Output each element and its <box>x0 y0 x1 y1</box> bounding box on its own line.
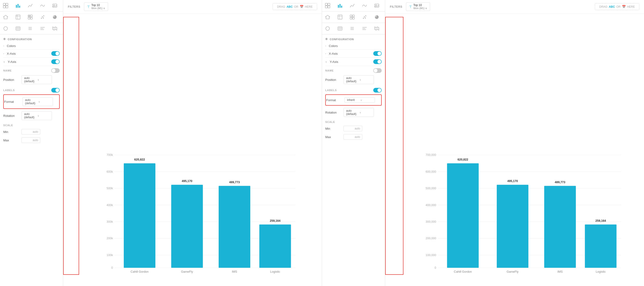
home-icon[interactable] <box>1 13 10 21</box>
svg-rect-66 <box>325 6 328 8</box>
bar-ims-1[interactable] <box>218 186 250 268</box>
table-icon[interactable] <box>13 24 23 33</box>
lines2-icon-p2[interactable] <box>360 24 369 33</box>
icon-toolbar-row2: X <box>0 11 63 23</box>
position-select-2[interactable]: auto (default) ∨ <box>344 75 374 84</box>
min-input-2[interactable]: auto <box>344 126 362 131</box>
x-table-icon[interactable]: X <box>13 13 23 21</box>
svg-text:400,000: 400,000 <box>426 203 436 207</box>
chevron-down-icon-y-p2: ∨ <box>325 60 327 63</box>
config-header-2: ⚙ CONFIGURATION <box>325 38 382 41</box>
svg-text:500k: 500k <box>106 187 113 190</box>
drag-area-1[interactable]: DRAG ABC OR 📅 HERE <box>272 3 317 10</box>
chart-area-1: FILTERS ⊤ Top 10 Won (M1) ∨ DRAG ABC OR … <box>63 0 322 286</box>
scatter-icon-p2[interactable] <box>360 13 369 21</box>
name-toggle-1[interactable] <box>51 68 60 73</box>
max-input-1[interactable]: auto <box>22 138 40 143</box>
svg-rect-1 <box>6 3 8 5</box>
grid-icon[interactable] <box>1 1 10 10</box>
filter-star-icon: ⊤ <box>87 5 90 9</box>
chevron-down-icon-y: ∨ <box>3 60 5 63</box>
position-select-1[interactable]: auto (default) ∨ <box>22 75 52 84</box>
svg-text:100,000: 100,000 <box>426 254 436 257</box>
format-select-1[interactable]: auto (default) ∨ <box>22 97 53 106</box>
drag-or-2: OR <box>616 5 620 8</box>
grid2-icon-p2[interactable] <box>348 13 357 21</box>
table-icon-p2[interactable] <box>335 24 345 33</box>
svg-rect-82 <box>350 17 352 19</box>
svg-point-86 <box>365 15 366 16</box>
x-table-icon-p2[interactable] <box>335 13 345 21</box>
icon-toolbar-row3 <box>0 23 63 34</box>
circle-icon[interactable] <box>1 24 10 33</box>
xaxis-row-1[interactable]: › X-Axis <box>3 49 60 58</box>
svg-text:259,164: 259,164 <box>270 219 280 222</box>
labels-toggle-1[interactable] <box>51 88 60 93</box>
svg-text:600k: 600k <box>106 170 113 173</box>
drag-label-2: DRAG <box>599 5 608 8</box>
list-icon[interactable] <box>26 24 35 33</box>
name-section-1: NAME <box>3 66 60 74</box>
max-input-2[interactable]: auto <box>344 134 362 140</box>
rotation-select-2[interactable]: auto (default) ∨ <box>344 108 374 117</box>
bar-cahill-2[interactable] <box>447 163 478 268</box>
config-header-1: ⚙ CONFIGURATION <box>3 38 60 41</box>
min-input-1[interactable]: auto <box>22 129 40 135</box>
bar-ims-2[interactable] <box>544 186 576 268</box>
svg-rect-67 <box>328 6 330 8</box>
colors-row-2[interactable]: › Colors <box>325 42 382 49</box>
wave-icon-p2[interactable] <box>360 1 369 10</box>
format-row-2: Format inherit ∨ <box>326 96 381 104</box>
svg-text:Cahill Gordon: Cahill Gordon <box>454 270 472 273</box>
bar-gamefly-1[interactable] <box>171 185 203 268</box>
circle-icon-p2[interactable] <box>323 24 332 33</box>
image-icon-p2[interactable] <box>372 1 382 10</box>
scatter-icon[interactable] <box>38 13 47 21</box>
xaxis-row-2[interactable]: › X-Axis <box>325 49 382 58</box>
pie-icon[interactable] <box>50 13 60 21</box>
xaxis-toggle-1[interactable] <box>51 51 60 56</box>
bar-logistic-1[interactable] <box>259 225 291 268</box>
list-icon-p2[interactable] <box>348 24 357 33</box>
bar-chart-icon[interactable] <box>13 1 23 10</box>
lines-icon[interactable] <box>26 1 35 10</box>
labels-toggle-2[interactable] <box>373 88 382 93</box>
bar-logistic-2[interactable] <box>585 225 616 268</box>
yaxis-toggle-1[interactable] <box>51 59 60 64</box>
rotation-row-2: Rotation auto (default) ∨ <box>325 107 382 118</box>
grid2-icon[interactable] <box>26 13 35 21</box>
chevron-right-icon-x-p2: › <box>325 52 326 55</box>
grid-icon-p2[interactable] <box>323 1 332 10</box>
icon-toolbar-row3-p2 <box>322 23 385 34</box>
lines2-icon[interactable] <box>38 24 47 33</box>
bar-cahill-1[interactable] <box>124 163 156 268</box>
chevron-right-icon-x: › <box>3 52 4 55</box>
svg-text:495,170: 495,170 <box>507 179 518 183</box>
xaxis-toggle-2[interactable] <box>373 51 382 56</box>
svg-rect-65 <box>328 3 330 5</box>
filter-chip-1[interactable]: ⊤ Top 10 Won (M1) ∨ <box>84 2 108 11</box>
name-toggle-2[interactable] <box>373 68 382 73</box>
chevron-right-icon-p2: › <box>325 45 326 47</box>
rotation-select-1[interactable]: auto (default) ∨ <box>22 111 52 120</box>
format-row-1: Format auto (default) ∨ <box>4 96 59 108</box>
bar-chart-icon-p2[interactable] <box>335 1 345 10</box>
yaxis-row-1[interactable]: ∨ Y-Axis <box>3 58 60 66</box>
map-icon[interactable] <box>50 24 60 33</box>
yaxis-row-2[interactable]: ∨ Y-Axis <box>325 58 382 66</box>
yaxis-toggle-2[interactable] <box>373 59 382 64</box>
map-icon-p2[interactable] <box>372 24 382 33</box>
drag-label-1: DRAG <box>277 5 285 8</box>
lines-icon-p2[interactable] <box>348 1 357 10</box>
home-icon-p2[interactable] <box>323 13 332 21</box>
svg-rect-20 <box>30 17 32 19</box>
pie-icon-p2[interactable] <box>372 13 382 21</box>
drag-area-2[interactable]: DRAG ABC OR 📅 HERE <box>595 3 639 10</box>
colors-row-1[interactable]: › Colors <box>3 42 60 49</box>
format-select-2[interactable]: inherit ∨ <box>344 97 375 103</box>
svg-text:100k: 100k <box>106 254 113 257</box>
wave-icon[interactable] <box>38 1 47 10</box>
bar-gamefly-2[interactable] <box>497 185 528 268</box>
filter-chip-2[interactable]: ⊤ Top 10 Won (M1) ∨ <box>406 2 430 11</box>
image-icon[interactable] <box>50 1 60 10</box>
